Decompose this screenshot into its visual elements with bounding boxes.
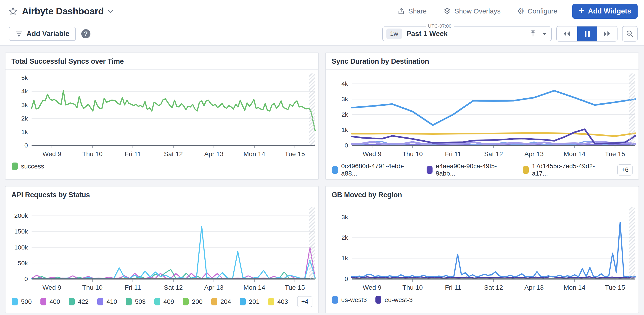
pause-button[interactable]	[577, 26, 597, 41]
legend-label: success	[21, 163, 44, 170]
add-variable-button[interactable]: Add Variable	[9, 27, 76, 41]
pin-icon[interactable]	[530, 30, 536, 38]
legend-swatch	[268, 298, 274, 306]
legend-swatch	[12, 163, 18, 170]
svg-text:Thu 10: Thu 10	[402, 151, 423, 157]
svg-text:4k: 4k	[342, 80, 348, 87]
svg-text:150k: 150k	[14, 228, 28, 235]
picker-icons	[530, 30, 547, 38]
fast-forward-icon	[603, 30, 611, 37]
range-shortcut-chip: 1w	[386, 28, 402, 39]
svg-text:1k: 1k	[21, 128, 28, 135]
legend-item[interactable]: 204	[211, 298, 231, 306]
widget-title: API Requests by Status	[6, 187, 318, 203]
favorite-star-icon[interactable]	[9, 7, 17, 15]
chart-canvas[interactable]: 01k2k3k4k5kWed 9Thu 10Fri 11Sat 12Apr 13…	[6, 71, 318, 162]
share-icon	[397, 7, 405, 15]
legend-item[interactable]: 500	[12, 298, 32, 306]
svg-text:Fri 11: Fri 11	[445, 284, 461, 291]
rewind-button[interactable]	[557, 26, 577, 41]
legend-label: 422	[78, 298, 88, 306]
widget-sync-duration-by-destination: Sync Duration by Destination 01k2k3k4kWe…	[325, 52, 639, 180]
pause-icon	[584, 30, 590, 37]
legend-item[interactable]: 410	[97, 298, 117, 306]
legend-overflow-chip[interactable]: +6	[617, 164, 632, 176]
legend-swatch	[40, 298, 46, 306]
show-overlays-button[interactable]: Show Overlays	[442, 7, 502, 15]
widget-title: Sync Duration by Destination	[326, 53, 638, 70]
caret-down-icon[interactable]	[542, 32, 547, 35]
chart-canvas[interactable]: 050k100k150k200kWed 9Thu 10Fri 11Sat 12A…	[6, 204, 318, 295]
svg-text:Apr 13: Apr 13	[524, 151, 544, 157]
svg-text:Mon 14: Mon 14	[564, 284, 585, 291]
fast-forward-button[interactable]	[597, 26, 617, 41]
svg-text:Sat 12: Sat 12	[164, 151, 183, 157]
svg-text:50k: 50k	[18, 260, 28, 266]
legend-item[interactable]: 403	[268, 298, 288, 306]
chart-canvas[interactable]: 01k2k3kWed 9Thu 10Fri 11Sat 12Apr 13Mon …	[326, 204, 638, 295]
title-row: Airbyte Dashboard Share Show Overlays ⚙ …	[0, 0, 644, 22]
legend-label: 0c49680d-4791-4ebb-a88...	[341, 163, 418, 177]
svg-text:Tue 15: Tue 15	[285, 151, 305, 157]
legend: 0c49680d-4791-4ebb-a88...e4aea90a-90ca-4…	[326, 162, 638, 177]
svg-text:Sat 12: Sat 12	[484, 151, 503, 157]
legend-label: us-west3	[341, 296, 367, 304]
svg-text:Fri 11: Fri 11	[125, 284, 141, 291]
legend-label: 503	[135, 298, 146, 306]
legend-overflow-chip[interactable]: +4	[297, 296, 312, 307]
legend-swatch	[523, 166, 529, 174]
legend-swatch	[69, 298, 75, 306]
legend-item[interactable]: eu-west-3	[376, 296, 413, 304]
widget-title: GB Moved by Region	[326, 187, 638, 203]
svg-text:1k: 1k	[342, 126, 348, 133]
legend-item[interactable]: us-west3	[332, 296, 367, 304]
svg-text:Tue 15: Tue 15	[285, 284, 305, 291]
legend-item[interactable]: 0c49680d-4791-4ebb-a88...	[332, 163, 418, 177]
legend-swatch	[332, 166, 338, 174]
help-icon[interactable]: ?	[81, 29, 90, 38]
svg-text:4k: 4k	[21, 88, 28, 95]
widget-gb-moved-by-region: GB Moved by Region 01k2k3kWed 9Thu 10Fri…	[325, 186, 639, 313]
zoom-out-icon	[626, 30, 634, 38]
svg-text:2k: 2k	[21, 115, 28, 122]
legend-item[interactable]: e4aea90a-90ca-49f5-9abb...	[426, 163, 514, 177]
time-range-picker[interactable]: UTC-07:00 1w Past 1 Week	[382, 26, 552, 41]
zoom-out-button[interactable]	[622, 26, 638, 41]
legend-item[interactable]: 400	[40, 298, 60, 306]
svg-text:Wed 9: Wed 9	[42, 151, 61, 157]
svg-text:Wed 9: Wed 9	[42, 284, 61, 291]
chart-canvas[interactable]: 01k2k3k4kWed 9Thu 10Fri 11Sat 12Apr 13Mo…	[326, 71, 638, 162]
add-widgets-button[interactable]: + Add Widgets	[572, 4, 638, 19]
svg-text:Thu 10: Thu 10	[402, 284, 423, 291]
legend-item[interactable]: 422	[69, 298, 88, 306]
svg-text:0: 0	[24, 275, 28, 282]
legend-label: 204	[220, 298, 231, 306]
configure-button[interactable]: ⚙ Configure	[516, 7, 558, 15]
svg-text:0: 0	[24, 142, 28, 149]
legend-item[interactable]: 409	[154, 298, 174, 306]
legend-item[interactable]: 17d1455c-7ed5-49d2-a17...	[523, 163, 608, 177]
legend-label: 409	[164, 298, 174, 306]
svg-text:2k: 2k	[342, 111, 348, 118]
title-caret-icon[interactable]	[108, 10, 113, 14]
legend-item[interactable]: 200	[183, 298, 202, 306]
dashboard-header: Airbyte Dashboard Share Show Overlays ⚙ …	[0, 0, 644, 46]
legend-item[interactable]: success	[12, 163, 44, 170]
share-label: Share	[408, 7, 426, 15]
svg-text:Wed 9: Wed 9	[363, 151, 382, 157]
rewind-icon	[563, 30, 571, 37]
configure-label: Configure	[528, 7, 557, 15]
legend-swatch	[240, 298, 246, 306]
legend-item[interactable]: 503	[126, 298, 146, 306]
legend-swatch	[12, 298, 18, 306]
share-button[interactable]: Share	[396, 7, 428, 15]
playback-controls	[556, 26, 618, 41]
svg-text:0: 0	[344, 142, 348, 149]
legend-item[interactable]: 201	[240, 298, 260, 306]
legend-swatch	[376, 296, 382, 304]
show-overlays-label: Show Overlays	[454, 7, 500, 15]
legend-label: eu-west-3	[384, 296, 413, 304]
svg-text:Wed 9: Wed 9	[363, 284, 382, 291]
widget-api-requests-by-status: API Requests by Status 050k100k150k200kW…	[5, 186, 319, 313]
add-variable-label: Add Variable	[26, 30, 70, 38]
